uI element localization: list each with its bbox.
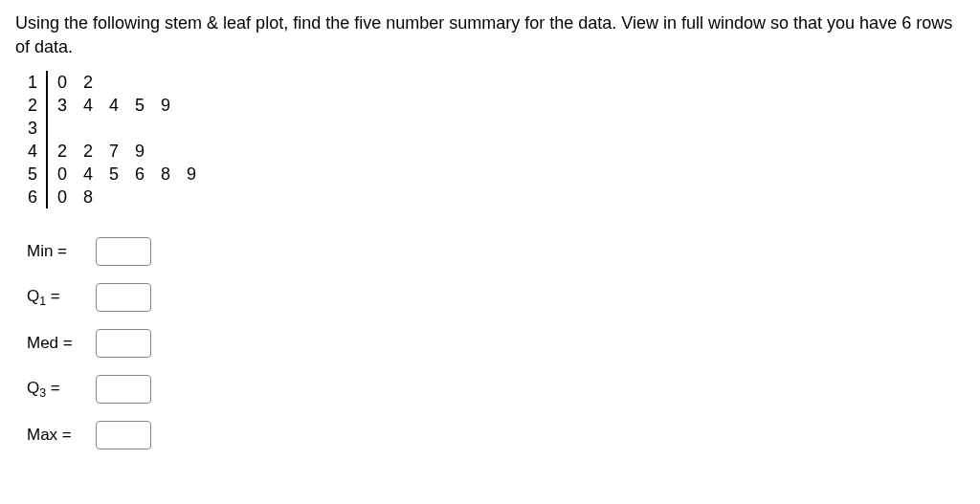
- q3-label: Q3 =: [27, 379, 96, 400]
- stem-leaf-divider: [46, 140, 48, 163]
- q1-label-prefix: Q: [27, 287, 39, 305]
- min-input[interactable]: [96, 237, 151, 266]
- q3-label-prefix: Q: [27, 379, 39, 397]
- stem-leaf-row: 5 0 4 5 6 8 9: [25, 163, 965, 186]
- stem-leaf-divider: [46, 94, 48, 117]
- answer-row-max: Max =: [27, 421, 965, 449]
- answer-row-q3: Q3 =: [27, 375, 965, 404]
- q3-input[interactable]: [96, 375, 151, 404]
- stem-leaf-row: 1 0 2: [25, 71, 965, 94]
- leaf-values: 0 2: [57, 73, 99, 93]
- stem-value: 6: [25, 187, 46, 208]
- stem-leaf-divider: [46, 71, 48, 94]
- stem-leaf-row: 2 3 4 4 5 9: [25, 94, 965, 117]
- answers-section: Min = Q1 = Med = Q3 = Max =: [27, 237, 965, 449]
- stem-leaf-divider: [46, 186, 48, 208]
- stem-leaf-row: 3: [25, 117, 965, 140]
- stem-leaf-divider: [46, 163, 48, 186]
- stem-value: 1: [25, 73, 46, 93]
- leaf-values: 2 2 7 9: [57, 142, 150, 162]
- answer-row-min: Min =: [27, 237, 965, 266]
- stem-leaf-row: 4 2 2 7 9: [25, 140, 965, 163]
- leaf-values: 0 4 5 6 8 9: [57, 164, 202, 185]
- max-label: Max =: [27, 426, 96, 445]
- q1-label: Q1 =: [27, 287, 96, 308]
- answer-row-med: Med =: [27, 329, 965, 358]
- leaf-values: 0 8: [57, 187, 99, 208]
- stem-leaf-plot: 1 0 2 2 3 4 4 5 9 3 4 2 2 7 9 5 0 4 5 6 …: [25, 71, 965, 208]
- stem-value: 2: [25, 96, 46, 116]
- stem-value: 3: [25, 119, 46, 139]
- stem-leaf-divider: [46, 117, 48, 140]
- question-text: Using the following stem & leaf plot, fi…: [15, 11, 965, 59]
- q1-input[interactable]: [96, 283, 151, 312]
- q1-label-suffix: =: [46, 287, 60, 305]
- answer-row-q1: Q1 =: [27, 283, 965, 312]
- max-input[interactable]: [96, 421, 151, 449]
- stem-value: 4: [25, 142, 46, 162]
- med-label: Med =: [27, 334, 96, 353]
- q3-label-suffix: =: [46, 379, 60, 397]
- med-input[interactable]: [96, 329, 151, 358]
- leaf-values: 3 4 4 5 9: [57, 96, 176, 116]
- stem-leaf-row: 6 0 8: [25, 186, 965, 208]
- min-label: Min =: [27, 242, 96, 261]
- stem-value: 5: [25, 164, 46, 185]
